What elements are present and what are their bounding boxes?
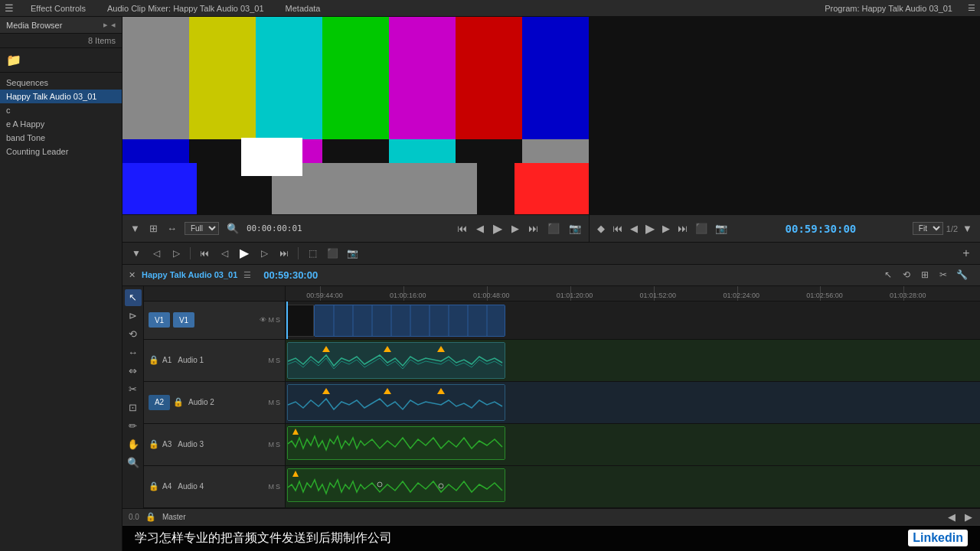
tool-step-fwd-btn[interactable]: ⏭ [276,246,292,261]
prog-prev-btn[interactable]: ◀ [629,223,639,234]
v1-eye-icon[interactable]: 👁 [260,316,266,324]
prog-clip-btn[interactable]: 📷 [714,223,729,234]
source-video [122,17,589,214]
track-row-a2[interactable] [286,382,980,424]
track-row-a1[interactable] [286,340,980,382]
a4-s-btn[interactable]: S [276,483,280,491]
tab-metadata[interactable]: Metadata [281,2,325,15]
a3-m-btn[interactable]: M [268,441,274,448]
panel-close-icon[interactable]: ◂ [111,20,116,30]
media-item-e-a-happy[interactable]: e A Happy [0,117,122,131]
program-fit-select[interactable]: Fit [913,222,943,235]
tool-hand[interactable]: ✋ [125,436,142,453]
folder-area[interactable]: 📁 [0,48,122,73]
v1-toggle2[interactable]: V1 [173,312,194,328]
tl-tool-arrow[interactable]: ↖ [880,267,896,282]
svg-rect-20 [288,469,505,501]
media-item-happy-talk[interactable]: Happy Talk Audio 03_01 [0,90,122,103]
a2-m-btn[interactable]: M [268,399,274,406]
a4-m-btn[interactable]: M [268,483,274,491]
a3-lock-icon: 🔒 [149,439,159,449]
tool-extract-btn[interactable]: ⬛ [325,246,340,261]
clip-audio-3[interactable] [287,426,505,460]
timeline-nav-back[interactable]: ◀ [946,511,957,523]
bar-m-black3 [456,139,522,163]
timeline-close-icon[interactable]: ✕ [129,270,136,280]
source-next-btn[interactable]: ▶ [510,223,521,234]
source-clip-in-btn[interactable]: ⬛ [546,223,561,234]
prog-next-btn[interactable]: ▶ [661,223,671,234]
tool-select-btn[interactable]: ▼ [129,246,144,261]
track-row-v1[interactable] [286,302,980,340]
clip-audio-1[interactable] [287,342,505,379]
quality-select[interactable]: Full [185,222,219,235]
tl-tool-razor[interactable]: ✂ [936,267,951,282]
tool-ripple-btn[interactable]: ◁ [149,246,164,261]
prog-mark-out-btn[interactable]: ⬛ [694,223,709,234]
track-row-a4[interactable] [286,466,980,508]
program-monitor-menu-icon[interactable]: ☰ [968,3,975,13]
timeline-nav-fwd[interactable]: ▶ [963,511,974,523]
tool-ripple-edit[interactable]: ⟲ [125,326,142,343]
tl-tool-ripple[interactable]: ⟲ [899,267,914,282]
a2-s-btn[interactable]: S [276,399,280,406]
tool-pen[interactable]: ✏ [125,418,142,435]
prog-mark-in-btn[interactable]: ◆ [596,223,606,234]
prog-play-btn[interactable]: ▶ [644,221,656,236]
tab-audio-clip-mixer[interactable]: Audio Clip Mixer: Happy Talk Audio 03_01 [103,2,269,15]
tool-prev-btn[interactable]: ◁ [217,246,232,261]
a2-toggle[interactable]: A2 [149,395,170,410]
prog-step-back-btn[interactable]: ⏮ [611,223,624,234]
tool-camera-btn[interactable]: 📷 [345,246,360,261]
hamburger-icon[interactable]: ☰ [5,2,14,14]
v1-s-btn[interactable]: S [276,316,280,324]
source-zoom-icon[interactable]: 🔍 [225,223,240,234]
bar-m-blue [122,139,189,163]
program-menu-btn[interactable]: ▼ [961,223,974,234]
tool-fwd-btn[interactable]: ▷ [256,246,272,261]
source-dropdown-btn[interactable]: ▼ [129,223,142,234]
source-play-btn[interactable]: ▶ [492,221,504,236]
source-fit-btn[interactable]: ↔ [165,223,178,234]
a3-s-btn[interactable]: S [276,441,280,448]
source-step-back-btn[interactable]: ⏮ [456,223,469,234]
media-item-sequences[interactable]: Sequences [0,76,122,90]
clip-video-1[interactable] [314,305,505,337]
track-labels: V1 V1 👁 M S 🔒 A1 Audio 1 [144,286,286,508]
source-clip-out-btn[interactable]: 📷 [567,223,583,234]
tool-track-select[interactable]: ⊳ [125,308,142,324]
a1-m-btn[interactable]: M [268,357,274,364]
tab-effect-controls[interactable]: Effect Controls [26,2,90,15]
tool-lift-btn[interactable]: ⬚ [305,246,320,261]
tool-step-back-btn[interactable]: ⏮ [197,246,212,261]
clip-black[interactable] [287,305,314,337]
tool-selection[interactable]: ↖ [125,289,142,306]
prog-step-forward-btn[interactable]: ⏭ [676,223,689,234]
v1-m-btn[interactable]: M [268,316,274,324]
volume-level: 0.0 [129,513,139,521]
track-row-a3[interactable] [286,424,980,466]
tl-tool-wrench[interactable]: 🔧 [954,267,969,282]
a2-name: Audio 2 [188,398,214,406]
panel-expand-icon[interactable]: ▸ [103,20,108,30]
tool-rate-stretch[interactable]: ⇔ [125,363,142,380]
tool-forward-btn[interactable]: ▷ [168,246,184,261]
media-item-c[interactable]: c [0,103,122,117]
media-item-counting-leader[interactable]: Counting Leader [0,145,122,158]
tool-razor[interactable]: ✂ [125,381,142,398]
source-prev-btn[interactable]: ◀ [475,223,485,234]
tool-play-btn[interactable]: ▶ [237,246,252,261]
tool-zoom[interactable]: 🔍 [125,455,142,471]
a1-s-btn[interactable]: S [276,357,280,364]
media-item-band-tone[interactable]: band Tone [0,131,122,145]
clip-audio-2[interactable] [287,384,505,421]
source-step-forward-btn[interactable]: ⏭ [527,223,540,234]
tool-rolling-edit[interactable]: ↔ [125,344,142,361]
clip-audio-4[interactable] [287,468,505,502]
source-settings-btn[interactable]: ⊞ [148,223,159,234]
tl-tool-roll[interactable]: ⊞ [917,267,933,282]
v1-toggle[interactable]: V1 [149,312,170,328]
tool-add-btn[interactable]: + [959,246,974,261]
tool-slip[interactable]: ⊡ [125,399,142,416]
timeline-menu-icon[interactable]: ☰ [243,270,251,280]
